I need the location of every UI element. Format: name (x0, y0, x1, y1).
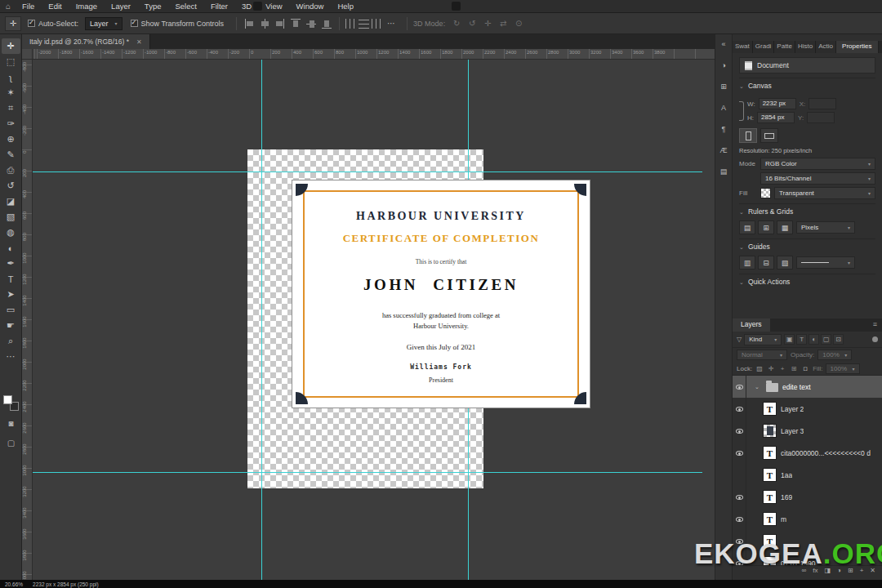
dodge-tool[interactable]: ◐ (2, 240, 20, 256)
layer-comps-panel-icon[interactable]: ▤ (717, 165, 730, 177)
toggle-grid-icon[interactable]: ⊞ (758, 220, 774, 234)
zoom-level[interactable]: 20.66% (5, 581, 23, 587)
panel-tab[interactable]: Actio (816, 41, 836, 53)
close-tab-icon[interactable]: ✕ (136, 38, 142, 46)
tab-layers[interactable]: Layers (733, 318, 770, 332)
show-transform-checkbox[interactable]: Show Transform Controls (131, 20, 225, 28)
bit-depth-dropdown[interactable]: 16 Bits/Channel (760, 172, 875, 185)
clear-guides-icon[interactable]: ▧ (777, 256, 793, 270)
1aa[interactable]: 1aa (733, 464, 882, 486)
link-dimensions-icon[interactable] (739, 101, 744, 121)
color-mode-dropdown[interactable]: RGB Color (760, 158, 875, 170)
toggle-rulers-icon[interactable]: ▤ (739, 220, 755, 234)
menu-item[interactable]: Type (139, 0, 167, 13)
clone-stamp-tool[interactable]: ⎙ (2, 163, 20, 178)
fill-transparency-swatch[interactable] (760, 188, 771, 198)
section-canvas[interactable]: Canvas (739, 78, 875, 92)
adjustments-panel-icon[interactable]: ◑ (717, 59, 730, 71)
foreground-color-swatch[interactable] (3, 395, 12, 404)
edit-toolbar-icon[interactable]: ⋯ (2, 349, 20, 364)
menu-item[interactable]: Select (169, 0, 202, 13)
Layer 3[interactable]: Layer 3 (733, 420, 882, 442)
quick-selection-tool[interactable]: ✶ (2, 85, 20, 100)
layer-visibility-toggle[interactable] (733, 464, 746, 486)
menu-item[interactable]: Help (332, 0, 359, 13)
lock-all-icon[interactable]: ◘ (800, 363, 810, 373)
fill-dropdown[interactable]: Transparent (774, 187, 875, 199)
layer-filter-kind-dropdown[interactable]: Kind (744, 334, 782, 345)
section-guides[interactable]: Guides (739, 238, 875, 253)
section-rulers-grids[interactable]: Rulers & Grids (739, 203, 875, 218)
add-guides-icon[interactable]: ▥ (739, 256, 755, 270)
guide-layout-icon[interactable]: ⊟ (758, 256, 774, 270)
pen-tool[interactable]: ✒ (2, 256, 20, 271)
canvas-area[interactable]: -2000-1800-1600-1400-1200-1000-800-600-4… (22, 49, 715, 580)
filter-shape-layers-icon[interactable]: ▢ (821, 334, 831, 345)
169[interactable]: 169 (733, 486, 882, 508)
3d-scale-icon[interactable]: ⊙ (512, 19, 525, 28)
color-swatches[interactable] (3, 395, 19, 411)
landscape-orientation-button[interactable] (760, 128, 778, 143)
panel-tab[interactable]: Gradi (753, 41, 775, 53)
tab-properties[interactable]: Properties (836, 41, 878, 53)
layer-thumbnail[interactable] (763, 402, 777, 416)
toggle-pixel-grid-icon[interactable]: ▦ (777, 220, 793, 234)
gradient-tool[interactable]: ▧ (2, 209, 20, 225)
width-field[interactable]: 2232 px (759, 98, 796, 109)
crop-tool[interactable]: ⌗ (2, 100, 20, 116)
spot-healing-brush-tool[interactable]: ⊕ (2, 131, 20, 147)
move-tool[interactable]: ✛ (2, 38, 20, 54)
panel-tab[interactable]: Patte (774, 41, 795, 53)
eyedropper-tool[interactable]: ✑ (2, 116, 20, 131)
layer-thumbnail[interactable] (763, 468, 777, 482)
lock-position-icon[interactable]: + (777, 363, 787, 373)
guide-horizontal-2[interactable] (33, 472, 702, 473)
rectangular-marquee-tool[interactable]: ⬚ (2, 54, 20, 69)
quick-mask-icon[interactable]: ◙ (2, 416, 20, 430)
Layer 2[interactable]: Layer 2 (733, 398, 882, 420)
height-field[interactable]: 2854 px (757, 112, 795, 123)
ruler-origin-button[interactable] (22, 49, 33, 60)
layer-visibility-toggle[interactable] (733, 376, 746, 398)
menu-item[interactable]: Image (70, 0, 103, 13)
layer-visibility-toggle[interactable] (733, 442, 746, 464)
paragraph-panel-icon[interactable]: ¶ (717, 122, 730, 135)
align-vertical-centers-icon[interactable] (305, 18, 318, 29)
menu-item[interactable]: File (16, 0, 40, 13)
section-quick-actions[interactable]: Quick Actions (739, 274, 875, 288)
align-right-edges-icon[interactable] (274, 18, 287, 29)
guide-horizontal-1[interactable] (33, 172, 702, 172)
filter-adjustment-layers-icon[interactable]: ◐ (808, 334, 819, 345)
group-expand-icon[interactable] (755, 384, 762, 390)
rectangle-tool[interactable]: ▭ (2, 302, 20, 318)
layer-visibility-toggle[interactable] (733, 486, 746, 508)
auto-select-checkbox[interactable]: Auto-Select: (28, 20, 78, 28)
3d-slide-icon[interactable]: ⇄ (497, 19, 510, 28)
distribute-horizontal-icon[interactable] (345, 19, 356, 29)
certificate-artwork[interactable]: HARBOUR UNIVERSITY CERTIFICATE OF COMPLE… (292, 180, 590, 408)
home-icon[interactable]: ⌂ (0, 2, 16, 11)
eraser-tool[interactable]: ◪ (2, 194, 20, 209)
menu-item[interactable]: Window (291, 0, 330, 13)
vertical-ruler[interactable]: -800-600-400-200020040060080010001200140… (22, 60, 33, 580)
glyphs-panel-icon[interactable]: Æ (717, 144, 730, 156)
history-brush-tool[interactable]: ↺ (2, 178, 20, 194)
menu-item[interactable]: Edit (42, 0, 67, 13)
auto-select-target-dropdown[interactable]: Layer (85, 17, 122, 30)
3d-rotate-icon[interactable]: ↻ (450, 19, 463, 28)
brush-tool[interactable]: ✎ (2, 147, 20, 163)
horizontal-ruler[interactable]: -2000-1800-1600-1400-1200-1000-800-600-4… (33, 49, 715, 60)
layer-filtering-toggle[interactable] (872, 336, 878, 342)
filter-type-layers-icon[interactable]: T (796, 334, 807, 345)
blur-tool[interactable]: ◍ (2, 225, 20, 240)
lock-image-pixels-icon[interactable]: ✛ (766, 363, 776, 373)
current-tool-icon[interactable]: ✛ (5, 16, 21, 31)
distribute-vertical-icon[interactable] (359, 19, 369, 29)
guide-vertical-1[interactable] (261, 60, 262, 580)
libraries-panel-icon[interactable]: ⊞ (717, 80, 730, 92)
path-selection-tool[interactable]: ➤ (2, 287, 20, 302)
filter-pixel-layers-icon[interactable]: ▣ (784, 334, 795, 345)
layer-visibility-toggle[interactable] (733, 398, 746, 420)
more-options-icon[interactable]: ⋯ (387, 19, 396, 28)
layer-thumbnail[interactable] (763, 512, 777, 526)
